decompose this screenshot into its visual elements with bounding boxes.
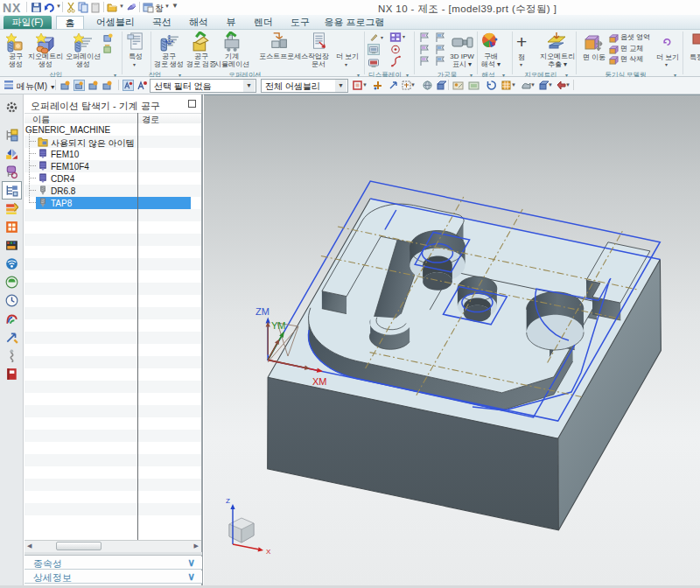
svg-text:X: X bbox=[266, 548, 271, 556]
svg-text:Z: Z bbox=[226, 497, 230, 505]
svg-text:ZM: ZM bbox=[256, 306, 270, 317]
svg-text:YM: YM bbox=[271, 320, 286, 331]
svg-text:XM: XM bbox=[312, 376, 327, 387]
